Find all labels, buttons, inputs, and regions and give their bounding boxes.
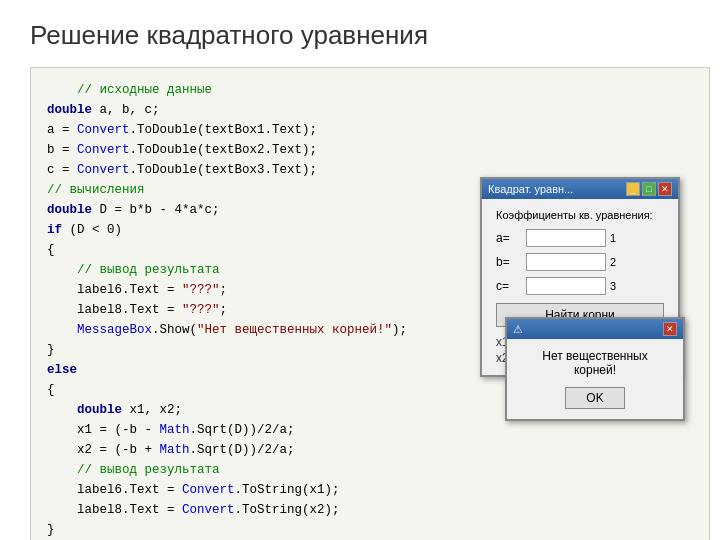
page: Решение квадратного уравнения // исходны… xyxy=(0,0,720,540)
titlebar-buttons: _ □ ✕ xyxy=(626,182,672,196)
code-token: .Sqrt(D))/2/a; xyxy=(190,423,295,437)
code-line: // вывод результата xyxy=(47,460,693,480)
code-line: double a, b, c; xyxy=(47,100,693,120)
code-token: .ToDouble(textBox1.Text); xyxy=(130,123,318,137)
code-token: "???" xyxy=(182,283,220,297)
coeff-label: a= xyxy=(496,231,526,245)
code-token: Math xyxy=(160,423,190,437)
coeff-input[interactable] xyxy=(526,253,606,271)
code-token: x1, x2; xyxy=(122,403,182,417)
code-token: double xyxy=(47,203,92,217)
code-token: "Нет вещественных корней!" xyxy=(197,323,392,337)
code-token: // вывод результата xyxy=(77,463,220,477)
code-token: Math xyxy=(160,443,190,457)
code-token: label6.Text = xyxy=(77,483,182,497)
coefficient-row: c=3 xyxy=(496,277,664,295)
code-token: ; xyxy=(220,283,228,297)
code-line: x1 = (-b - Math.Sqrt(D))/2/a; xyxy=(47,420,693,440)
coeff-value: 3 xyxy=(610,280,616,292)
code-line: label6.Text = Convert.ToString(x1); xyxy=(47,480,693,500)
ok-button[interactable]: OK xyxy=(565,387,624,409)
code-line: a = Convert.ToDouble(textBox1.Text); xyxy=(47,120,693,140)
maximize-button[interactable]: □ xyxy=(642,182,656,196)
code-token: // вывод результата xyxy=(77,263,220,277)
code-token: Convert xyxy=(77,123,130,137)
code-token: } xyxy=(47,343,55,357)
code-token: ); xyxy=(392,323,407,337)
code-token: a = xyxy=(47,123,77,137)
code-token: { xyxy=(47,243,55,257)
code-token: double xyxy=(77,403,122,417)
code-token: Convert xyxy=(77,163,130,177)
code-token: x2 = (-b + xyxy=(77,443,160,457)
main-dialog-title: Квадрат. уравн... xyxy=(488,183,573,195)
error-titlebar-buttons: ✕ xyxy=(663,322,677,336)
code-token: // вычисления xyxy=(47,183,145,197)
error-dialog-body: Нет вещественных корней! OK xyxy=(507,339,683,419)
code-token: x1 = (-b - xyxy=(77,423,160,437)
code-line: label8.Text = Convert.ToString(x2); xyxy=(47,500,693,520)
code-token: label6.Text = xyxy=(77,283,182,297)
error-dialog-titlebar: ⚠ ✕ xyxy=(507,319,683,339)
code-line: // исходные данные xyxy=(47,80,693,100)
code-token: { xyxy=(47,383,55,397)
coeff-input[interactable] xyxy=(526,277,606,295)
code-token: b = xyxy=(47,143,77,157)
main-dialog-titlebar: Квадрат. уравн... _ □ ✕ xyxy=(482,179,678,199)
code-token: Convert xyxy=(77,143,130,157)
code-token: ; xyxy=(220,303,228,317)
error-dialog-title: ⚠ xyxy=(513,323,523,336)
minimize-button[interactable]: _ xyxy=(626,182,640,196)
code-token: // исходные данные xyxy=(77,83,212,97)
coefficient-row: a=1 xyxy=(496,229,664,247)
coefficients-header: Коэффициенты кв. уравнения: xyxy=(496,209,664,221)
page-title: Решение квадратного уравнения xyxy=(30,20,690,51)
code-line: b = Convert.ToDouble(textBox2.Text); xyxy=(47,140,693,160)
code-token: D = b*b - 4*a*c; xyxy=(92,203,220,217)
code-line: x2 = (-b + Math.Sqrt(D))/2/a; xyxy=(47,440,693,460)
code-token: .ToDouble(textBox3.Text); xyxy=(130,163,318,177)
error-message: Нет вещественных корней! xyxy=(521,349,669,377)
code-token: label8.Text = xyxy=(77,503,182,517)
coeff-label: c= xyxy=(496,279,526,293)
error-close-button[interactable]: ✕ xyxy=(663,322,677,336)
code-token: } xyxy=(47,523,55,537)
code-token: a, b, c; xyxy=(92,103,160,117)
code-token: Convert xyxy=(182,483,235,497)
code-token: Convert xyxy=(182,503,235,517)
code-token: .ToDouble(textBox2.Text); xyxy=(130,143,318,157)
coeff-value: 2 xyxy=(610,256,616,268)
code-token: (D < 0) xyxy=(62,223,122,237)
code-token: .Show( xyxy=(152,323,197,337)
code-line: } xyxy=(47,520,693,540)
code-token: .ToString(x1); xyxy=(235,483,340,497)
code-token: if xyxy=(47,223,62,237)
coeff-label: b= xyxy=(496,255,526,269)
error-dialog: ⚠ ✕ Нет вещественных корней! OK xyxy=(505,317,685,421)
coefficient-row: b=2 xyxy=(496,253,664,271)
close-button[interactable]: ✕ xyxy=(658,182,672,196)
coeff-value: 1 xyxy=(610,232,616,244)
code-token: "???" xyxy=(182,303,220,317)
code-token: label8.Text = xyxy=(77,303,182,317)
code-token: else xyxy=(47,363,77,377)
coeff-input[interactable] xyxy=(526,229,606,247)
code-token: double xyxy=(47,103,92,117)
code-token: .ToString(x2); xyxy=(235,503,340,517)
code-token: .Sqrt(D))/2/a; xyxy=(190,443,295,457)
code-token: MessageBox xyxy=(77,323,152,337)
code-token: c = xyxy=(47,163,77,177)
code-container: // исходные данныеdouble a, b, c;a = Con… xyxy=(30,67,690,540)
